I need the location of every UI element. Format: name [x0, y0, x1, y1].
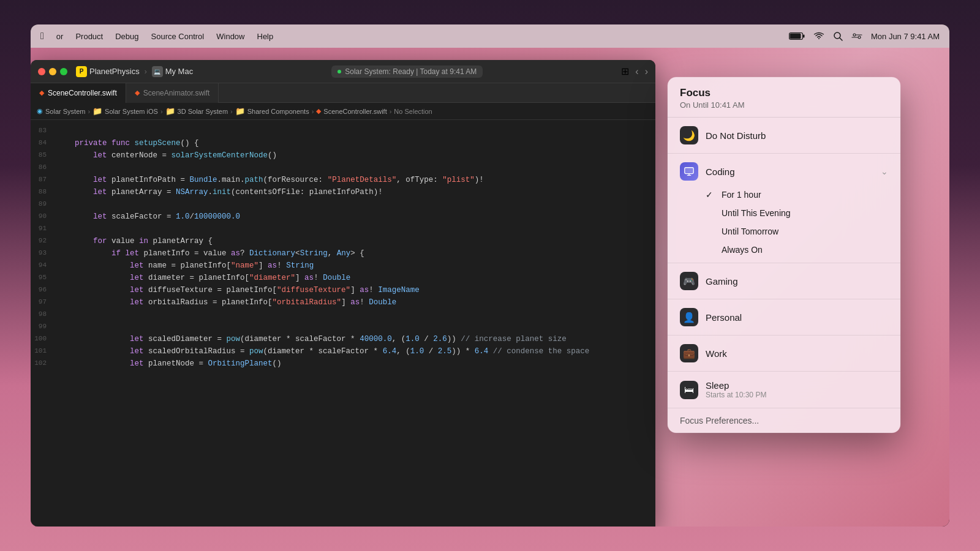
svg-rect-2 — [803, 35, 805, 38]
nav-path-6[interactable]: No Selection — [394, 108, 432, 115]
menu-item-product[interactable]: Product — [75, 32, 103, 41]
menu-item-source-control[interactable]: Source Control — [151, 32, 205, 41]
tab-label-2: SceneAnimator.swift — [143, 89, 210, 97]
code-line: 84 private func setupScene() { — [31, 137, 655, 149]
project-selector[interactable]: P PlanetPhysics — [76, 66, 140, 77]
focus-item-gaming[interactable]: 🎮 Gaming — [668, 267, 900, 295]
menu-item-window[interactable]: Window — [216, 32, 244, 41]
nav-forward-icon[interactable]: › — [645, 66, 648, 77]
focus-subtitle: On Until 10:41 AM — [680, 100, 888, 110]
project-name: PlanetPhysics — [89, 67, 140, 76]
tab-scene-animator[interactable]: ◆ SceneAnimator.swift — [126, 83, 219, 103]
focus-item-dnd[interactable]: 🌙 Do Not Disturb — [668, 121, 900, 149]
code-line: 101 let scaledOrbitalRadius = pow(diamet… — [31, 345, 655, 358]
menu-item-or[interactable]: or — [56, 32, 64, 41]
focus-item-personal[interactable]: 👤 Personal — [668, 303, 900, 331]
svg-rect-10 — [685, 168, 693, 173]
project-icon: P — [76, 66, 87, 77]
menubar-right: Mon Jun 7 9:41 AM — [789, 31, 940, 41]
breadcrumb-sep-1: › — [145, 67, 147, 76]
screen-area:  or Product Debug Source Control Window… — [31, 24, 949, 527]
xcode-window: P PlanetPhysics › 💻 My Mac Solar System:… — [31, 60, 655, 527]
minimize-button[interactable] — [49, 68, 56, 75]
focus-subitem-until-tomorrow[interactable]: ✓ Until Tomorrow — [668, 222, 900, 241]
sleep-sublabel: Starts at 10:30 PM — [706, 391, 888, 399]
folder-icon-1: 📁 — [92, 107, 102, 116]
grid-view-icon[interactable]: ⊞ — [621, 66, 629, 77]
code-line: 100 let scaledDiameter = pow(diameter * … — [31, 333, 655, 345]
tab-label-1: SceneController.swift — [48, 89, 117, 97]
coding-label: Coding — [706, 167, 873, 177]
code-line: 95 let diameter = planetInfo["diameter"]… — [31, 272, 655, 284]
status-dot — [337, 70, 341, 73]
focus-section-work: 💼 Work — [668, 335, 900, 372]
tab-bar: ◆ SceneController.swift ◆ SceneAnimator.… — [31, 83, 655, 103]
focus-header: Focus On Until 10:41 AM — [668, 77, 900, 118]
search-icon[interactable] — [833, 31, 843, 41]
wifi-icon[interactable] — [813, 32, 824, 40]
focus-subitem-for1hour[interactable]: ✓ For 1 hour — [668, 186, 900, 204]
code-line: 98 — [31, 309, 655, 321]
focus-section-coding: Coding ⌄ ✓ For 1 hour ✓ Until This Eveni… — [668, 154, 900, 263]
focus-subitem-until-evening[interactable]: ✓ Until This Evening — [668, 204, 900, 222]
code-line: 92 for value in planetArray { — [31, 235, 655, 247]
navigator-bar: ◉ Solar System › 📁 Solar System iOS › 📁 … — [31, 103, 655, 120]
mac-icon: 💻 — [152, 66, 163, 77]
nav-back-icon[interactable]: ‹ — [635, 66, 638, 77]
until-tomorrow-label: Until Tomorrow — [722, 227, 778, 236]
tab-scene-controller[interactable]: ◆ SceneController.swift — [31, 83, 126, 103]
folder-icon-2: 📁 — [165, 107, 175, 116]
focus-section-personal: 👤 Personal — [668, 299, 900, 335]
file-icon: ◆ — [316, 107, 321, 115]
focus-section-gaming: 🎮 Gaming — [668, 263, 900, 299]
nav-path-4[interactable]: Shared Components — [247, 108, 309, 115]
apple-menu[interactable]:  — [40, 31, 44, 42]
sleep-icon: 🛏 — [680, 381, 698, 399]
target-selector[interactable]: 💻 My Mac — [152, 66, 194, 77]
no-check-3: ✓ — [706, 245, 715, 255]
focus-subitem-always-on[interactable]: ✓ Always On — [668, 241, 900, 259]
maximize-button[interactable] — [60, 68, 67, 75]
code-line: 99 — [31, 321, 655, 333]
code-editor[interactable]: 83 84 private func setupScene() { 85 let… — [31, 120, 655, 504]
gaming-icon: 🎮 — [680, 272, 698, 290]
gaming-label: Gaming — [706, 276, 888, 287]
nav-path-5[interactable]: SceneController.swift — [323, 108, 386, 115]
personal-icon: 👤 — [680, 308, 698, 326]
control-center-icon[interactable] — [851, 32, 862, 40]
menu-item-help[interactable]: Help — [257, 32, 274, 41]
focus-item-work[interactable]: 💼 Work — [668, 339, 900, 367]
no-check-1: ✓ — [706, 208, 715, 218]
nav-path-3[interactable]: 3D Solar System — [178, 108, 228, 115]
focus-section-sleep: 🛏 Sleep Starts at 10:30 PM — [668, 372, 900, 408]
code-line: 94 let name = planetInfo["name"] as! Str… — [31, 260, 655, 272]
svg-point-7 — [858, 36, 861, 39]
swift-file-icon-2: ◆ — [135, 89, 140, 97]
for1hour-label: For 1 hour — [722, 190, 761, 200]
always-on-label: Always On — [722, 245, 763, 255]
focus-panel: Focus On Until 10:41 AM 🌙 Do Not Disturb — [668, 77, 900, 433]
focus-item-coding[interactable]: Coding ⌄ — [668, 157, 900, 186]
code-line: 86 — [31, 162, 655, 174]
nav-path-1[interactable]: Solar System — [45, 108, 85, 115]
desktop-background: P PlanetPhysics › 💻 My Mac Solar System:… — [31, 48, 949, 527]
sleep-label: Sleep — [706, 380, 888, 391]
focus-section-dnd: 🌙 Do Not Disturb — [668, 118, 900, 154]
focus-item-sleep[interactable]: 🛏 Sleep Starts at 10:30 PM — [668, 375, 900, 404]
until-evening-label: Until This Evening — [722, 208, 791, 218]
xcode-title-bar: P PlanetPhysics › 💻 My Mac Solar System:… — [31, 60, 655, 83]
svg-rect-1 — [790, 34, 801, 39]
coding-icon — [680, 162, 698, 181]
menu-item-debug[interactable]: Debug — [115, 32, 138, 41]
code-line: 102 let planetNode = OrbitingPlanet() — [31, 358, 655, 370]
do-not-disturb-icon: 🌙 — [680, 126, 698, 144]
focus-preferences-link[interactable]: Focus Preferences... — [680, 413, 888, 428]
svg-point-5 — [853, 34, 856, 36]
coding-chevron-icon: ⌄ — [881, 167, 888, 176]
svg-line-4 — [840, 38, 842, 40]
code-line: 90 let scaleFactor = 1.0/10000000.0 — [31, 211, 655, 223]
nav-path-2[interactable]: Solar System iOS — [105, 108, 158, 115]
code-line: 96 let diffuseTexture = planetInfo["diff… — [31, 284, 655, 296]
close-button[interactable] — [38, 68, 45, 75]
code-line: 83 — [31, 125, 655, 137]
